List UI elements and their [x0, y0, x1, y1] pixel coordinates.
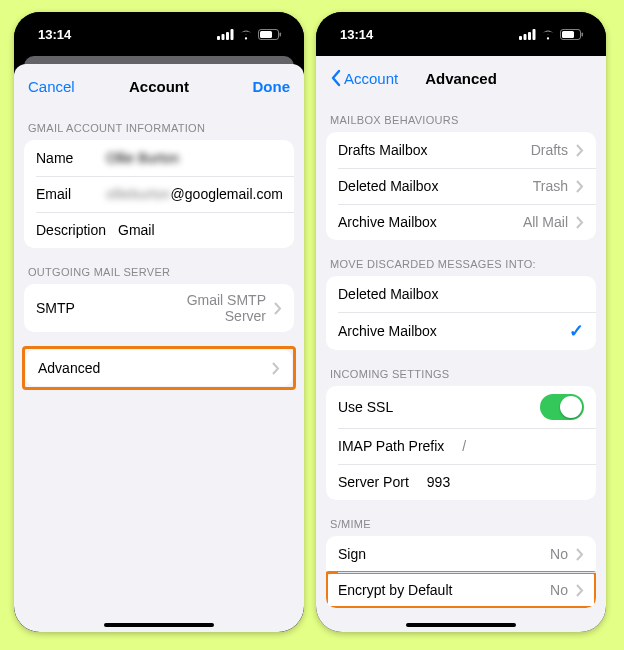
svg-rect-0	[217, 36, 220, 40]
svg-rect-3	[231, 29, 234, 40]
svg-rect-1	[222, 34, 225, 40]
value-imap: /	[456, 438, 584, 454]
status-time: 13:14	[38, 27, 71, 42]
chevron-right-icon	[274, 302, 282, 315]
mailbox-list: Drafts Mailbox Drafts Deleted Mailbox Tr…	[326, 132, 596, 240]
advanced-screen: Account Advanced MAILBOX BEHAVIOURS Draf…	[316, 56, 606, 632]
section-header-mailbox: MAILBOX BEHAVIOURS	[316, 100, 606, 132]
cancel-button[interactable]: Cancel	[14, 78, 89, 95]
label-deleted: Deleted Mailbox	[338, 178, 450, 194]
chevron-right-icon	[576, 584, 584, 597]
row-use-ssl[interactable]: Use SSL	[326, 386, 596, 428]
label-discarded-deleted: Deleted Mailbox	[338, 286, 450, 302]
home-indicator[interactable]	[406, 623, 516, 627]
svg-rect-5	[260, 31, 272, 38]
section-header-account-info: GMAIL ACCOUNT INFORMATION	[14, 108, 304, 140]
svg-rect-13	[582, 32, 584, 36]
value-email: ollieburton@googlemail.com	[106, 186, 283, 202]
row-name[interactable]: Name Ollie Burton	[24, 140, 294, 176]
row-server-port[interactable]: Server Port 993	[326, 464, 596, 500]
row-discarded-archive[interactable]: Archive Mailbox ✓	[326, 312, 596, 350]
battery-icon	[560, 29, 584, 40]
row-archive-mailbox[interactable]: Archive Mailbox All Mail	[326, 204, 596, 240]
label-description: Description	[36, 222, 118, 238]
value-smtp: Gmail SMTP Server	[186, 292, 266, 324]
chevron-right-icon	[576, 180, 584, 193]
row-description[interactable]: Description Gmail	[24, 212, 294, 248]
status-icons	[217, 29, 282, 40]
row-imap-prefix[interactable]: IMAP Path Prefix /	[326, 428, 596, 464]
label-advanced: Advanced	[38, 360, 112, 376]
row-email[interactable]: Email ollieburton@googlemail.com	[24, 176, 294, 212]
home-indicator[interactable]	[104, 623, 214, 627]
row-sign[interactable]: Sign No	[326, 536, 596, 572]
value-name: Ollie Burton	[106, 150, 282, 166]
outgoing-list: SMTP Gmail SMTP Server	[24, 284, 294, 332]
label-smtp: SMTP	[36, 300, 106, 316]
checkmark-icon: ✓	[569, 320, 584, 342]
wifi-icon	[238, 29, 254, 40]
value-archive: All Mail	[508, 214, 568, 230]
row-discarded-deleted[interactable]: Deleted Mailbox	[326, 276, 596, 312]
account-info-list: Name Ollie Burton Email ollieburton@goog…	[24, 140, 294, 248]
wifi-icon	[540, 29, 556, 40]
status-bar: 13:14	[316, 12, 606, 56]
label-sign: Sign	[338, 546, 408, 562]
row-advanced[interactable]: Advanced	[26, 350, 292, 386]
svg-rect-10	[533, 29, 536, 40]
status-bar: 13:14	[14, 12, 304, 56]
svg-rect-12	[562, 31, 574, 38]
svg-rect-2	[226, 32, 229, 40]
value-description: Gmail	[118, 222, 282, 238]
value-sign: No	[488, 546, 568, 562]
smime-list: Sign No Encrypt by Default No	[326, 536, 596, 608]
section-header-outgoing: OUTGOING MAIL SERVER	[14, 248, 304, 284]
svg-rect-6	[280, 32, 282, 36]
chevron-right-icon	[576, 216, 584, 229]
row-encrypt-default[interactable]: Encrypt by Default No	[326, 572, 596, 608]
discarded-list: Deleted Mailbox Archive Mailbox ✓	[326, 276, 596, 350]
signal-icon	[217, 29, 234, 40]
nav-bar: Cancel Account Done	[14, 64, 304, 108]
chevron-left-icon	[330, 69, 342, 87]
label-port: Server Port	[338, 474, 421, 490]
svg-rect-9	[528, 32, 531, 40]
back-button[interactable]: Account	[316, 69, 412, 87]
label-discarded-archive: Archive Mailbox	[338, 323, 449, 339]
label-ssl: Use SSL	[338, 399, 408, 415]
section-header-incoming: INCOMING SETTINGS	[316, 350, 606, 386]
value-drafts: Drafts	[504, 142, 568, 158]
advanced-list: Advanced	[26, 350, 292, 386]
label-imap: IMAP Path Prefix	[338, 438, 456, 454]
section-header-discarded: MOVE DISCARDED MESSAGES INTO:	[316, 240, 606, 276]
value-port: 993	[421, 474, 584, 490]
status-icons	[519, 29, 584, 40]
section-header-smime: S/MIME	[316, 500, 606, 536]
svg-rect-8	[524, 34, 527, 40]
label-encrypt: Encrypt by Default	[338, 582, 464, 598]
status-time: 13:14	[340, 27, 373, 42]
signal-icon	[519, 29, 536, 40]
chevron-right-icon	[272, 362, 280, 375]
highlight-advanced: Advanced	[22, 346, 296, 390]
phone-left: 13:14 Cancel Account Done GMAIL ACCOUNT …	[14, 12, 304, 632]
row-smtp[interactable]: SMTP Gmail SMTP Server	[24, 284, 294, 332]
value-encrypt: No	[516, 582, 568, 598]
label-name: Name	[36, 150, 106, 166]
incoming-list: Use SSL IMAP Path Prefix / Server Port 9…	[326, 386, 596, 500]
row-deleted-mailbox[interactable]: Deleted Mailbox Trash	[326, 168, 596, 204]
phone-right: 13:14 Account Advanced MAILBOX BEHAVIOUR…	[316, 12, 606, 632]
label-drafts: Drafts Mailbox	[338, 142, 439, 158]
value-deleted: Trash	[509, 178, 568, 194]
ssl-toggle[interactable]	[540, 394, 584, 420]
label-archive: Archive Mailbox	[338, 214, 449, 230]
battery-icon	[258, 29, 282, 40]
svg-rect-7	[519, 36, 522, 40]
chevron-right-icon	[576, 144, 584, 157]
label-email: Email	[36, 186, 106, 202]
done-button[interactable]: Done	[239, 78, 305, 95]
row-drafts-mailbox[interactable]: Drafts Mailbox Drafts	[326, 132, 596, 168]
chevron-right-icon	[576, 548, 584, 561]
account-sheet: Cancel Account Done GMAIL ACCOUNT INFORM…	[14, 64, 304, 632]
nav-bar: Account Advanced	[316, 56, 606, 100]
